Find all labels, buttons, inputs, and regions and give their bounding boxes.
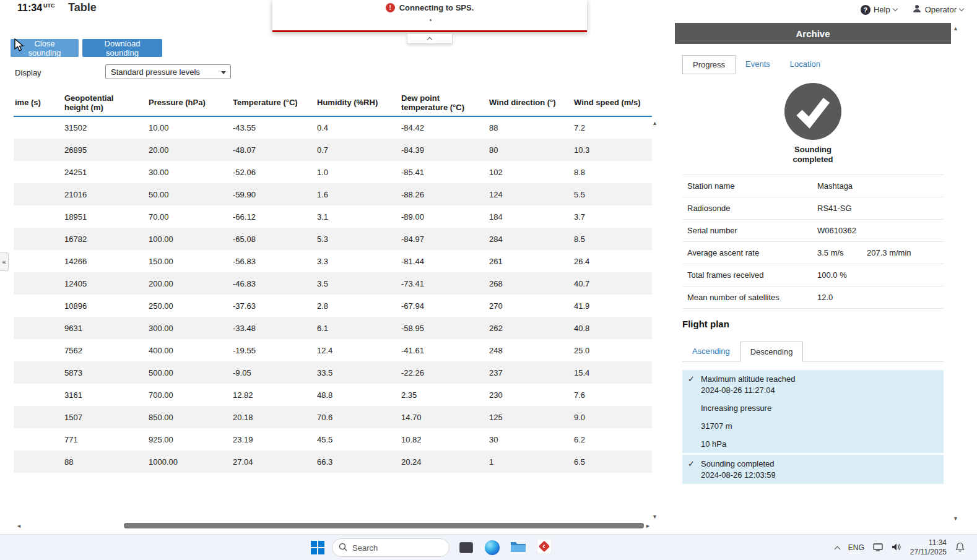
volume-icon[interactable]	[892, 543, 901, 553]
table-cell: 10.82	[395, 428, 483, 450]
display-label: Display	[15, 68, 41, 77]
toast-progress-dot	[430, 19, 432, 21]
detail-row: RadiosondeRS41-SG	[682, 197, 944, 220]
taskbar-sounding-app[interactable]	[535, 538, 554, 557]
toast-collapse-button[interactable]	[407, 34, 453, 44]
detail-row: Serial numberW0610362	[682, 220, 944, 242]
flight-tab-ascending[interactable]: Ascending	[682, 342, 740, 361]
clock-date[interactable]: 11:34 27/11/2025	[910, 538, 947, 557]
detail-extra: 207.3 m/min	[867, 248, 911, 257]
column-header: Wind speed (m/s)	[568, 92, 652, 116]
edge-browser-icon	[485, 540, 500, 555]
scroll-right-arrow[interactable]: ►	[645, 523, 651, 529]
table-cell	[14, 250, 58, 272]
table-cell: 15.4	[568, 361, 652, 384]
column-header: Dew point temperature (°C)	[395, 92, 483, 116]
table-row[interactable]: 7562400.00-19.5512.4-41.6124825.0	[14, 339, 652, 361]
table-cell: 3.7	[568, 205, 652, 228]
app-window-icon	[459, 542, 473, 553]
table-row[interactable]: 1895170.00-66.123.1-89.001843.7	[14, 205, 652, 228]
table-cell: 3.3	[311, 250, 395, 272]
taskbar-edge[interactable]	[483, 538, 502, 557]
table-cell: 6.1	[311, 317, 395, 339]
close-sounding-button[interactable]: Close sounding	[11, 39, 79, 57]
start-button[interactable]	[311, 541, 324, 554]
table-cell: 3.5	[311, 272, 395, 295]
table-cell: 1507	[58, 406, 142, 428]
table-cell: 27.04	[227, 450, 311, 473]
table-cell: 88	[483, 116, 568, 139]
scroll-down-arrow[interactable]: ▼	[652, 514, 658, 520]
table-row[interactable]: 10896250.00-37.632.8-67.9427041.9	[14, 295, 652, 317]
panel-scroll-down-arrow[interactable]: ▼	[953, 515, 958, 522]
table-cell: -84.97	[395, 228, 483, 250]
table-row[interactable]: 2101650.00-59.901.6-88.261245.5	[14, 183, 652, 205]
table-row[interactable]: 3161700.0012.8248.82.352307.6	[14, 384, 652, 406]
table-cell: 1.6	[311, 183, 395, 205]
detail-value: 3.5 m/s	[817, 248, 844, 257]
table-cell: -43.55	[227, 116, 311, 139]
panel-scroll-up-arrow[interactable]: ▲	[953, 25, 958, 32]
display-cast-icon[interactable]	[873, 543, 883, 553]
horizontal-scrollbar-thumb[interactable]	[124, 523, 644, 528]
table-row[interactable]: 16782100.00-65.085.3-84.972848.5	[14, 228, 652, 250]
event-title: Increasing pressure	[701, 403, 937, 413]
table-row[interactable]: 3150210.00-43.550.4-84.42887.2	[14, 116, 652, 139]
detail-value: Mashtaga	[817, 181, 853, 191]
notification-bell-icon[interactable]	[955, 542, 965, 554]
table-row[interactable]: 881000.0027.0466.320.2416.5	[14, 450, 652, 473]
table-row[interactable]: 5873500.00-9.0533.5-22.2623715.4	[14, 361, 652, 384]
scroll-left-arrow[interactable]: ◄	[16, 523, 22, 529]
sidebar-collapse-handle[interactable]: «	[0, 252, 9, 271]
table-cell: 125	[483, 406, 568, 428]
table-row[interactable]: 2425130.00-52.061.0-85.411028.8	[14, 161, 652, 183]
chevron-up-icon	[427, 37, 432, 42]
flight-tab-descending[interactable]: Descending	[740, 342, 804, 362]
table-cell: -46.83	[227, 272, 311, 295]
detail-value: W0610362	[817, 226, 856, 235]
taskbar-explorer[interactable]	[509, 538, 528, 557]
utc-clock: 11:34UTC	[17, 2, 55, 14]
table-cell: 20.24	[395, 450, 483, 473]
table-row[interactable]: 2689520.00-48.070.7-84.398010.3	[14, 139, 652, 161]
sounding-status-text: Sounding completed	[784, 145, 841, 165]
table-cell: 200.00	[142, 272, 227, 295]
help-menu[interactable]: ? Help	[861, 5, 897, 15]
flight-event: ✓Sounding completed2024-08-26 12:03:59	[682, 455, 944, 484]
check-icon: ✓	[688, 459, 695, 469]
display-select[interactable]: Standard pressure levels	[105, 64, 231, 79]
table-row[interactable]: 14266150.00-56.833.3-81.4426126.4	[14, 250, 652, 272]
detail-value: 12.0	[817, 293, 833, 302]
system-tray: ENG 11:34 27/11/2025	[835, 535, 965, 560]
table-cell: 3.1	[311, 205, 395, 228]
language-indicator[interactable]: ENG	[848, 543, 864, 552]
table-row[interactable]: 1507850.0020.1870.614.701259.0	[14, 406, 652, 428]
table-cell: 20.18	[227, 406, 311, 428]
table-cell: 8.5	[568, 228, 652, 250]
archive-tab-progress[interactable]: Progress	[682, 55, 736, 74]
table-cell: -84.39	[395, 139, 483, 161]
archive-tab-location[interactable]: Location	[780, 55, 830, 74]
table-body: 3150210.00-43.550.4-84.42887.22689520.00…	[14, 116, 652, 473]
tray-overflow-icon[interactable]	[834, 546, 840, 552]
table-row[interactable]: 12405200.00-46.833.5-73.4126840.7	[14, 272, 652, 295]
file-explorer-icon	[510, 540, 526, 555]
download-sounding-button[interactable]: Download sounding	[82, 39, 162, 57]
table-cell: 100.00	[142, 228, 227, 250]
operator-menu[interactable]: Operator	[912, 4, 963, 15]
detail-row: Average ascent rate3.5 m/s207.3 m/min	[682, 242, 944, 264]
taskbar-app-window[interactable]	[457, 538, 475, 557]
column-header: Geopotential height (m)	[58, 92, 142, 116]
archive-tab-events[interactable]: Events	[736, 55, 780, 74]
table-row[interactable]: 9631300.00-33.486.1-58.9526240.8	[14, 317, 652, 339]
scroll-up-arrow[interactable]: ▲	[652, 120, 658, 126]
table-cell: 270	[483, 295, 568, 317]
table-row[interactable]: 771925.0023.1945.510.82306.2	[14, 428, 652, 450]
detail-row: Mean number of satellites12.0	[682, 286, 944, 309]
column-header: Humidity (%RH)	[311, 92, 395, 116]
taskbar-search[interactable]: Search	[332, 538, 449, 557]
dropdown-arrow-icon	[221, 71, 226, 74]
table-cell: -48.07	[227, 139, 311, 161]
table-cell: 250.00	[142, 295, 227, 317]
table-cell	[14, 161, 58, 183]
